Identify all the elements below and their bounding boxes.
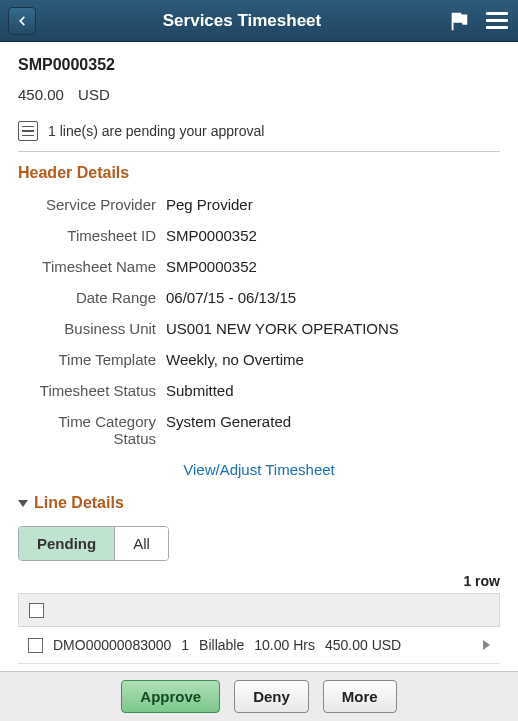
menu-button[interactable]	[484, 10, 510, 31]
detail-label: Time Category Status	[18, 413, 166, 447]
chevron-right-icon[interactable]	[483, 640, 490, 650]
pending-bar: 1 line(s) are pending your approval	[18, 121, 500, 141]
detail-timesheet-name: Timesheet Name SMP0000352	[18, 258, 500, 275]
table-row[interactable]: DMO00000083000 1 Billable 10.00 Hrs 450.…	[18, 627, 500, 664]
detail-label: Timesheet ID	[18, 227, 166, 244]
row-checkbox[interactable]	[28, 638, 43, 653]
more-button[interactable]: More	[323, 680, 397, 713]
footer-bar: Approve Deny More	[0, 671, 518, 721]
detail-value: Peg Provider	[166, 196, 500, 213]
row-id: DMO00000083000	[53, 637, 171, 653]
header-details-title: Header Details	[18, 164, 500, 182]
detail-label: Service Provider	[18, 196, 166, 213]
detail-value: Weekly, no Overtime	[166, 351, 500, 368]
chevron-down-icon	[18, 500, 28, 507]
detail-service-provider: Service Provider Peg Provider	[18, 196, 500, 213]
link-row: View/Adjust Timesheet	[18, 461, 500, 478]
line-details-label: Line Details	[34, 494, 124, 512]
line-details-title[interactable]: Line Details	[18, 494, 500, 512]
filter-tabs: Pending All	[18, 526, 169, 561]
deny-button[interactable]: Deny	[234, 680, 309, 713]
flag-icon[interactable]	[448, 10, 470, 32]
detail-label: Business Unit	[18, 320, 166, 337]
amount-value: 450.00	[18, 86, 64, 103]
detail-timesheet-status: Timesheet Status Submitted	[18, 382, 500, 399]
amount-line: 450.00 USD	[18, 86, 500, 103]
content-area: SMP0000352 450.00 USD 1 line(s) are pend…	[0, 42, 518, 721]
page-title: Services Timesheet	[36, 11, 448, 31]
document-id: SMP0000352	[18, 56, 500, 74]
amount-currency: USD	[78, 86, 110, 103]
tab-pending[interactable]: Pending	[19, 527, 115, 560]
row-count: 1 row	[18, 573, 500, 589]
chevron-left-icon	[15, 14, 29, 28]
app-header: Services Timesheet	[0, 0, 518, 42]
row-amount: 450.00 USD	[325, 637, 401, 653]
detail-label: Date Range	[18, 289, 166, 306]
detail-timesheet-id: Timesheet ID SMP0000352	[18, 227, 500, 244]
back-button[interactable]	[8, 7, 36, 35]
divider	[18, 151, 500, 152]
row-type: Billable	[199, 637, 244, 653]
detail-date-range: Date Range 06/07/15 - 06/13/15	[18, 289, 500, 306]
detail-time-template: Time Template Weekly, no Overtime	[18, 351, 500, 368]
detail-value: US001 NEW YORK OPERATIONS	[166, 320, 500, 337]
select-all-checkbox[interactable]	[29, 603, 44, 618]
detail-value: 06/07/15 - 06/13/15	[166, 289, 500, 306]
detail-time-category-status: Time Category Status System Generated	[18, 413, 500, 447]
detail-value: Submitted	[166, 382, 500, 399]
pending-message: 1 line(s) are pending your approval	[48, 123, 264, 139]
table-header-row	[18, 593, 500, 627]
detail-value: SMP0000352	[166, 227, 500, 244]
detail-label: Timesheet Status	[18, 382, 166, 399]
detail-label: Timesheet Name	[18, 258, 166, 275]
detail-business-unit: Business Unit US001 NEW YORK OPERATIONS	[18, 320, 500, 337]
approve-button[interactable]: Approve	[121, 680, 220, 713]
detail-value: SMP0000352	[166, 258, 500, 275]
detail-label: Time Template	[18, 351, 166, 368]
row-hours: 10.00 Hrs	[254, 637, 315, 653]
detail-value: System Generated	[166, 413, 500, 447]
row-seq: 1	[181, 637, 189, 653]
view-adjust-link[interactable]: View/Adjust Timesheet	[183, 461, 334, 478]
list-icon[interactable]	[18, 121, 38, 141]
tab-all[interactable]: All	[115, 527, 168, 560]
